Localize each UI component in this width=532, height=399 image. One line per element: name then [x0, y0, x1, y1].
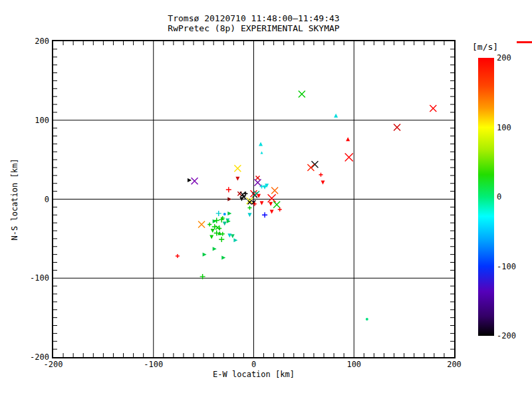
data-point [213, 219, 217, 223]
data-point [223, 221, 227, 225]
title-block: Tromsø 20120710 11:48:00–11:49:43 RwPret… [53, 13, 454, 33]
x-tick-label: 100 [337, 360, 370, 369]
data-point [207, 223, 211, 227]
data-point [269, 202, 273, 206]
data-point [321, 181, 325, 185]
y-axis-label: N-S location [km] [10, 106, 19, 293]
data-point [216, 211, 221, 216]
data-point [221, 232, 225, 236]
data-point [346, 137, 350, 141]
data-point [209, 235, 213, 239]
data-point [334, 114, 338, 118]
data-point [234, 165, 241, 172]
data-point [278, 207, 282, 211]
plot-title: Tromsø 20120710 11:48:00–11:49:43 [53, 13, 454, 23]
x-tick-label: -100 [137, 360, 170, 369]
data-point [262, 212, 267, 217]
data-point [176, 254, 180, 258]
colorbar-tick-label: -100 [497, 262, 530, 271]
data-point [259, 142, 263, 146]
data-point [219, 237, 224, 242]
data-point [270, 210, 274, 214]
colorbar-units-label: [m/s] [472, 42, 512, 52]
data-point [247, 206, 251, 210]
red-edge-mark [517, 41, 532, 43]
data-point [214, 218, 219, 223]
data-point [256, 176, 260, 180]
data-point [260, 201, 264, 205]
x-axis-label: E-W location [km] [53, 370, 454, 379]
colorbar-tick-label: 0 [497, 192, 530, 201]
data-point [319, 173, 323, 177]
data-point [227, 233, 231, 237]
y-tick-label: 100 [19, 116, 49, 125]
data-point [213, 247, 217, 251]
colorbar-tick-label: -200 [497, 331, 530, 340]
data-point [235, 177, 239, 181]
data-point [223, 213, 226, 215]
data-point [233, 238, 237, 242]
x-tick-label: 0 [237, 360, 271, 369]
data-point [215, 225, 219, 229]
data-point [227, 198, 231, 201]
data-point [231, 234, 235, 238]
data-point [366, 318, 368, 321]
data-point [299, 91, 305, 98]
y-tick-label: -200 [19, 352, 49, 362]
data-point [211, 229, 215, 233]
data-point [198, 221, 205, 228]
data-point [271, 187, 278, 194]
scatter-plot-canvas [53, 41, 454, 357]
data-point [345, 154, 353, 162]
data-point [255, 180, 261, 186]
data-point [311, 161, 318, 168]
y-tick-label: -100 [19, 273, 49, 283]
plot-subtitle: RwPretec (8p) EXPERIMENTAL SKYMAP [53, 23, 454, 33]
data-point [307, 164, 314, 171]
y-tick-label: 0 [19, 195, 49, 204]
data-point [221, 255, 225, 259]
plot-area [52, 40, 456, 358]
data-point [226, 187, 231, 192]
data-point [227, 211, 231, 215]
data-point [247, 213, 251, 217]
colorbar-tick-label: 100 [497, 123, 530, 132]
data-point [203, 253, 207, 257]
data-point [394, 124, 400, 130]
data-point [261, 151, 263, 154]
x-tick-label: 200 [438, 360, 471, 369]
y-tick-label: 200 [19, 37, 49, 46]
data-point [192, 178, 198, 184]
skymap-window: Tromsø 20120710 11:48:00–11:49:43 RwPret… [0, 0, 532, 399]
data-point [273, 201, 280, 208]
colorbar-tick-label: 200 [497, 53, 530, 63]
data-point [430, 105, 436, 112]
data-point [188, 178, 192, 182]
velocity-colorbar [478, 58, 494, 336]
data-point [268, 194, 276, 202]
